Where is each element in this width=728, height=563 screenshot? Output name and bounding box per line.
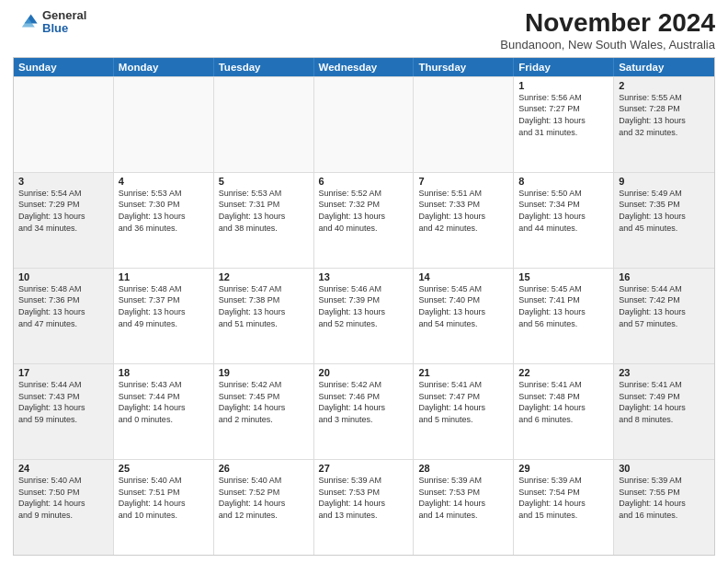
day-info: Sunrise: 5:40 AM Sunset: 7:51 PM Dayligh… <box>119 475 209 521</box>
day-number: 13 <box>319 271 409 282</box>
header: General Blue November 2024 Bundanoon, Ne… <box>13 9 715 52</box>
day-info: Sunrise: 5:54 AM Sunset: 7:29 PM Dayligh… <box>18 188 108 234</box>
cal-cell-19: 19Sunrise: 5:42 AM Sunset: 7:45 PM Dayli… <box>214 364 314 459</box>
page: General Blue November 2024 Bundanoon, Ne… <box>0 0 728 563</box>
cal-cell-6: 6Sunrise: 5:52 AM Sunset: 7:32 PM Daylig… <box>314 173 415 268</box>
day-info: Sunrise: 5:41 AM Sunset: 7:47 PM Dayligh… <box>418 379 508 425</box>
cal-cell-empty-0-3 <box>314 77 415 172</box>
header-day-tuesday: Tuesday <box>214 58 314 76</box>
day-info: Sunrise: 5:39 AM Sunset: 7:54 PM Dayligh… <box>518 475 609 521</box>
calendar-header: SundayMondayTuesdayWednesdayThursdayFrid… <box>14 58 714 76</box>
cal-cell-22: 22Sunrise: 5:41 AM Sunset: 7:48 PM Dayli… <box>514 364 614 459</box>
cal-cell-empty-0-4 <box>414 77 514 172</box>
cal-cell-13: 13Sunrise: 5:46 AM Sunset: 7:39 PM Dayli… <box>314 269 415 363</box>
day-info: Sunrise: 5:41 AM Sunset: 7:48 PM Dayligh… <box>518 379 609 425</box>
cal-cell-18: 18Sunrise: 5:43 AM Sunset: 7:44 PM Dayli… <box>114 364 214 459</box>
calendar-row-2: 10Sunrise: 5:48 AM Sunset: 7:36 PM Dayli… <box>14 268 714 363</box>
day-info: Sunrise: 5:47 AM Sunset: 7:38 PM Dayligh… <box>219 283 309 329</box>
calendar-row-4: 24Sunrise: 5:40 AM Sunset: 7:50 PM Dayli… <box>14 459 714 555</box>
cal-cell-21: 21Sunrise: 5:41 AM Sunset: 7:47 PM Dayli… <box>414 364 514 459</box>
day-info: Sunrise: 5:55 AM Sunset: 7:28 PM Dayligh… <box>619 92 710 138</box>
day-number: 30 <box>619 463 710 474</box>
cal-cell-28: 28Sunrise: 5:39 AM Sunset: 7:53 PM Dayli… <box>414 460 514 555</box>
header-day-thursday: Thursday <box>414 58 514 76</box>
day-number: 9 <box>619 176 710 187</box>
day-number: 26 <box>219 463 309 474</box>
month-title: November 2024 <box>500 9 715 38</box>
logo-general: General <box>42 9 86 22</box>
header-day-sunday: Sunday <box>14 58 114 76</box>
cal-cell-15: 15Sunrise: 5:45 AM Sunset: 7:41 PM Dayli… <box>514 269 614 363</box>
day-number: 6 <box>319 176 409 187</box>
cal-cell-12: 12Sunrise: 5:47 AM Sunset: 7:38 PM Dayli… <box>214 269 314 363</box>
cal-cell-25: 25Sunrise: 5:40 AM Sunset: 7:51 PM Dayli… <box>114 460 214 555</box>
day-info: Sunrise: 5:39 AM Sunset: 7:55 PM Dayligh… <box>619 475 710 521</box>
day-info: Sunrise: 5:39 AM Sunset: 7:53 PM Dayligh… <box>319 475 409 521</box>
day-number: 11 <box>119 271 209 282</box>
logo-text: General Blue <box>42 9 86 36</box>
day-info: Sunrise: 5:40 AM Sunset: 7:52 PM Dayligh… <box>219 475 309 521</box>
day-info: Sunrise: 5:43 AM Sunset: 7:44 PM Dayligh… <box>119 379 209 425</box>
day-number: 17 <box>18 367 108 378</box>
cal-cell-24: 24Sunrise: 5:40 AM Sunset: 7:50 PM Dayli… <box>14 460 114 555</box>
cal-cell-23: 23Sunrise: 5:41 AM Sunset: 7:49 PM Dayli… <box>614 364 714 459</box>
header-day-wednesday: Wednesday <box>314 58 415 76</box>
day-number: 5 <box>219 176 309 187</box>
day-info: Sunrise: 5:53 AM Sunset: 7:31 PM Dayligh… <box>219 188 309 234</box>
day-info: Sunrise: 5:53 AM Sunset: 7:30 PM Dayligh… <box>119 188 209 234</box>
day-info: Sunrise: 5:40 AM Sunset: 7:50 PM Dayligh… <box>18 475 108 521</box>
calendar-body: 1Sunrise: 5:56 AM Sunset: 7:27 PM Daylig… <box>14 76 714 555</box>
calendar-row-1: 3Sunrise: 5:54 AM Sunset: 7:29 PM Daylig… <box>14 172 714 268</box>
day-number: 29 <box>518 463 609 474</box>
day-info: Sunrise: 5:48 AM Sunset: 7:37 PM Dayligh… <box>119 283 209 329</box>
cal-cell-16: 16Sunrise: 5:44 AM Sunset: 7:42 PM Dayli… <box>614 269 714 363</box>
day-number: 21 <box>418 367 508 378</box>
day-number: 8 <box>518 176 609 187</box>
day-info: Sunrise: 5:44 AM Sunset: 7:42 PM Dayligh… <box>619 283 710 329</box>
cal-cell-10: 10Sunrise: 5:48 AM Sunset: 7:36 PM Dayli… <box>14 269 114 363</box>
day-number: 2 <box>619 80 710 91</box>
day-number: 15 <box>518 271 609 282</box>
day-number: 16 <box>619 271 710 282</box>
day-info: Sunrise: 5:44 AM Sunset: 7:43 PM Dayligh… <box>18 379 108 425</box>
cal-cell-empty-0-0 <box>14 77 114 172</box>
cal-cell-27: 27Sunrise: 5:39 AM Sunset: 7:53 PM Dayli… <box>314 460 415 555</box>
cal-cell-17: 17Sunrise: 5:44 AM Sunset: 7:43 PM Dayli… <box>14 364 114 459</box>
day-number: 4 <box>119 176 209 187</box>
calendar-row-3: 17Sunrise: 5:44 AM Sunset: 7:43 PM Dayli… <box>14 363 714 459</box>
header-day-friday: Friday <box>514 58 614 76</box>
cal-cell-20: 20Sunrise: 5:42 AM Sunset: 7:46 PM Dayli… <box>314 364 415 459</box>
cal-cell-14: 14Sunrise: 5:45 AM Sunset: 7:40 PM Dayli… <box>414 269 514 363</box>
day-info: Sunrise: 5:45 AM Sunset: 7:40 PM Dayligh… <box>418 283 508 329</box>
day-number: 1 <box>518 80 609 91</box>
cal-cell-4: 4Sunrise: 5:53 AM Sunset: 7:30 PM Daylig… <box>114 173 214 268</box>
day-info: Sunrise: 5:42 AM Sunset: 7:45 PM Dayligh… <box>219 379 309 425</box>
day-number: 3 <box>18 176 108 187</box>
day-info: Sunrise: 5:42 AM Sunset: 7:46 PM Dayligh… <box>319 379 409 425</box>
header-day-saturday: Saturday <box>614 58 714 76</box>
day-info: Sunrise: 5:49 AM Sunset: 7:35 PM Dayligh… <box>619 188 710 234</box>
day-number: 22 <box>518 367 609 378</box>
day-info: Sunrise: 5:52 AM Sunset: 7:32 PM Dayligh… <box>319 188 409 234</box>
header-day-monday: Monday <box>114 58 214 76</box>
day-info: Sunrise: 5:46 AM Sunset: 7:39 PM Dayligh… <box>319 283 409 329</box>
cal-cell-30: 30Sunrise: 5:39 AM Sunset: 7:55 PM Dayli… <box>614 460 714 555</box>
calendar-row-0: 1Sunrise: 5:56 AM Sunset: 7:27 PM Daylig… <box>14 76 714 172</box>
day-number: 19 <box>219 367 309 378</box>
cal-cell-8: 8Sunrise: 5:50 AM Sunset: 7:34 PM Daylig… <box>514 173 614 268</box>
day-number: 12 <box>219 271 309 282</box>
day-info: Sunrise: 5:48 AM Sunset: 7:36 PM Dayligh… <box>18 283 108 329</box>
logo-icon <box>13 9 39 35</box>
day-info: Sunrise: 5:41 AM Sunset: 7:49 PM Dayligh… <box>619 379 710 425</box>
location: Bundanoon, New South Wales, Australia <box>500 38 715 52</box>
day-number: 28 <box>418 463 508 474</box>
day-info: Sunrise: 5:56 AM Sunset: 7:27 PM Dayligh… <box>518 92 609 138</box>
cal-cell-2: 2Sunrise: 5:55 AM Sunset: 7:28 PM Daylig… <box>614 77 714 172</box>
title-block: November 2024 Bundanoon, New South Wales… <box>500 9 715 52</box>
day-number: 23 <box>619 367 710 378</box>
cal-cell-29: 29Sunrise: 5:39 AM Sunset: 7:54 PM Dayli… <box>514 460 614 555</box>
logo-blue: Blue <box>42 22 86 35</box>
logo: General Blue <box>13 9 86 36</box>
day-info: Sunrise: 5:45 AM Sunset: 7:41 PM Dayligh… <box>518 283 609 329</box>
day-number: 25 <box>119 463 209 474</box>
